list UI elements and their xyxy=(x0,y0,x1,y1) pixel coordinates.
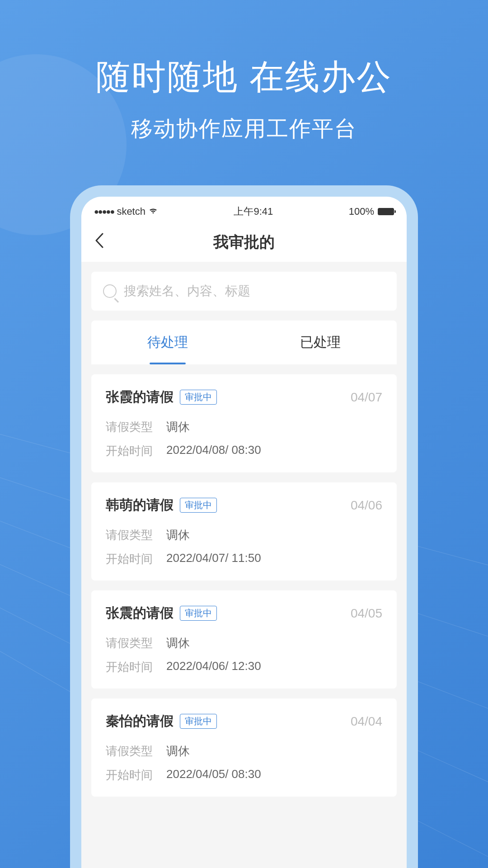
start-time-label: 开始时间 xyxy=(106,551,153,567)
card-row-time: 开始时间 2022/04/07/ 11:50 xyxy=(106,551,382,567)
battery-percent: 100% xyxy=(349,206,374,217)
card-row-type: 请假类型 调休 xyxy=(106,527,382,543)
status-left: ●●●●● sketch xyxy=(94,206,158,217)
approval-card[interactable]: 张震的请假 审批中 04/05 请假类型 调休 开始时间 2022/04/06/… xyxy=(91,590,397,689)
status-time: 上午9:41 xyxy=(234,205,273,218)
approval-card[interactable]: 张霞的请假 审批中 04/07 请假类型 调休 开始时间 2022/04/08/… xyxy=(91,374,397,472)
battery-icon xyxy=(378,208,394,215)
card-date: 04/06 xyxy=(351,498,382,513)
approval-card[interactable]: 秦怡的请假 审批中 04/04 请假类型 调休 开始时间 2022/04/05/… xyxy=(91,698,397,797)
phone-frame: ●●●●● sketch 上午9:41 100% 我审批的 xyxy=(70,185,418,868)
card-header-left: 张震的请假 审批中 xyxy=(106,604,217,623)
card-header: 张霞的请假 审批中 04/07 xyxy=(106,388,382,406)
search-placeholder: 搜索姓名、内容、标题 xyxy=(124,283,250,300)
card-date: 04/07 xyxy=(351,390,382,405)
card-header: 韩萌的请假 审批中 04/06 xyxy=(106,496,382,514)
status-badge: 审批中 xyxy=(180,714,217,729)
status-badge: 审批中 xyxy=(180,498,217,513)
start-time-value: 2022/04/05/ 08:30 xyxy=(166,767,261,783)
start-time-label: 开始时间 xyxy=(106,767,153,783)
signal-icon: ●●●●● xyxy=(94,207,114,217)
start-time-label: 开始时间 xyxy=(106,443,153,459)
start-time-value: 2022/04/08/ 08:30 xyxy=(166,443,261,459)
leave-type-value: 调休 xyxy=(166,743,190,759)
navbar: 我审批的 xyxy=(81,223,407,262)
card-title: 张霞的请假 xyxy=(106,388,174,406)
card-row-time: 开始时间 2022/04/08/ 08:30 xyxy=(106,443,382,459)
chevron-left-icon xyxy=(95,233,104,248)
status-badge: 审批中 xyxy=(180,606,217,621)
leave-type-label: 请假类型 xyxy=(106,527,153,543)
leave-type-value: 调休 xyxy=(166,527,190,543)
card-row-type: 请假类型 调休 xyxy=(106,743,382,759)
card-date: 04/05 xyxy=(351,606,382,621)
card-row-time: 开始时间 2022/04/06/ 12:30 xyxy=(106,659,382,675)
card-header-left: 秦怡的请假 审批中 xyxy=(106,712,217,731)
search-input[interactable]: 搜索姓名、内容、标题 xyxy=(91,272,397,311)
card-date: 04/04 xyxy=(351,714,382,729)
approval-card[interactable]: 韩萌的请假 审批中 04/06 请假类型 调休 开始时间 2022/04/07/… xyxy=(91,482,397,580)
leave-type-value: 调休 xyxy=(166,635,190,651)
back-button[interactable] xyxy=(95,233,104,252)
card-header-left: 韩萌的请假 审批中 xyxy=(106,496,217,514)
status-badge: 审批中 xyxy=(180,390,217,405)
phone-screen: ●●●●● sketch 上午9:41 100% 我审批的 xyxy=(81,197,407,868)
search-icon xyxy=(103,284,117,298)
card-row-type: 请假类型 调休 xyxy=(106,635,382,651)
card-header-left: 张霞的请假 审批中 xyxy=(106,388,217,406)
leave-type-value: 调休 xyxy=(166,419,190,435)
status-right: 100% xyxy=(349,206,394,217)
page-title: 我审批的 xyxy=(95,232,393,253)
leave-type-label: 请假类型 xyxy=(106,419,153,435)
start-time-value: 2022/04/06/ 12:30 xyxy=(166,659,261,675)
leave-type-label: 请假类型 xyxy=(106,635,153,651)
status-bar: ●●●●● sketch 上午9:41 100% xyxy=(81,197,407,223)
start-time-value: 2022/04/07/ 11:50 xyxy=(166,551,261,567)
card-title: 韩萌的请假 xyxy=(106,496,174,514)
card-title: 秦怡的请假 xyxy=(106,712,174,731)
content-area: 搜索姓名、内容、标题 待处理 已处理 张霞的请假 审批中 04/07 xyxy=(81,262,407,868)
tab-processed[interactable]: 已处理 xyxy=(244,321,397,364)
tab-pending[interactable]: 待处理 xyxy=(91,321,244,364)
carrier-label: sketch xyxy=(117,206,145,217)
start-time-label: 开始时间 xyxy=(106,659,153,675)
card-row-type: 请假类型 调休 xyxy=(106,419,382,435)
card-header: 张震的请假 审批中 04/05 xyxy=(106,604,382,623)
card-row-time: 开始时间 2022/04/05/ 08:30 xyxy=(106,767,382,783)
phone-mockup: ●●●●● sketch 上午9:41 100% 我审批的 xyxy=(70,185,418,868)
leave-type-label: 请假类型 xyxy=(106,743,153,759)
tabs: 待处理 已处理 xyxy=(91,321,397,364)
card-header: 秦怡的请假 审批中 04/04 xyxy=(106,712,382,731)
card-title: 张震的请假 xyxy=(106,604,174,623)
wifi-icon xyxy=(148,207,158,217)
